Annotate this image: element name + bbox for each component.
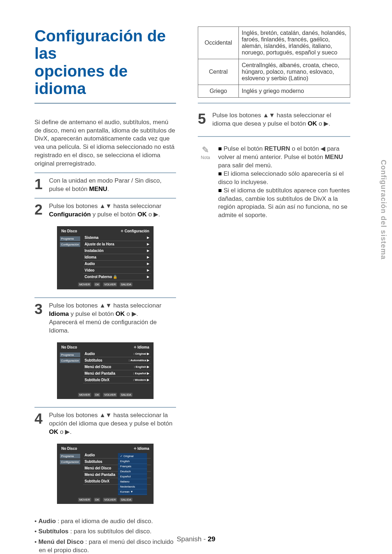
step-body: Pulse los botones ▲▼ hasta seleccionar l…: [49, 411, 176, 436]
step-1: 1 Con la unidad en modo Parar / Sin disc…: [34, 173, 176, 199]
note-item: El idioma seleccionado sólo aparecería s…: [218, 170, 350, 187]
step-5: 5 Pulse los botones ▲▼ hasta seleccionar…: [198, 109, 350, 131]
osd-screenshot-2: No Disco✧ Idioma Programa Configuración …: [57, 342, 154, 399]
step-num: 3: [34, 302, 45, 335]
step-body: Pulse los botones ▲▼ hasta seleccionar C…: [49, 202, 176, 219]
note-icon: ✎ Nota: [198, 145, 213, 220]
osd-screenshot-3: No Disco✧ Idioma Programa Configuración …: [57, 444, 154, 504]
table-header: Central: [198, 59, 239, 85]
note-item: Pulse el botón RETURN o el botón ◀ para …: [218, 145, 350, 170]
step-body: Pulse los botones ▲▼ hasta seleccionar I…: [49, 302, 176, 335]
option-definitions: Audio : para el idioma de audio del disc…: [34, 514, 176, 554]
language-popup: ✓ Original English Français Deutsch Espa…: [118, 453, 147, 495]
step-2: 2 Pulse los botones ▲▼ hasta seleccionar…: [34, 199, 176, 298]
table-header: Occidental: [198, 27, 239, 59]
title-line2: opciones de idioma: [34, 62, 128, 97]
table-cell: Inglés, bretón, catalán, danés, holandés…: [239, 27, 350, 59]
note-item: Si el idioma de subtítulos aparece con f…: [218, 187, 350, 220]
step-num: 5: [198, 111, 209, 128]
language-region-table: OccidentalInglés, bretón, catalán, danés…: [198, 27, 350, 98]
intro-text: Si define de antemano el audio, subtítul…: [34, 118, 176, 174]
step-body: Con la unidad en modo Parar / Sin disco,…: [49, 177, 176, 194]
step-4: 4 Pulse los botones ▲▼ hasta seleccionar…: [34, 408, 176, 508]
table-cell: Inglés y griego moderno: [239, 85, 350, 98]
table-header: Griego: [198, 85, 239, 98]
table-cell: CentralInglés, albanés, croata, checo, h…: [239, 59, 350, 85]
page-footer: Spanish - 29: [0, 535, 392, 543]
step-num: 2: [34, 202, 45, 219]
page-title: Configuración de las opciones de idioma: [34, 27, 176, 104]
step-num: 1: [34, 177, 45, 194]
osd-screenshot-1: No Disco✧ Configuración Programa Configu…: [57, 226, 154, 289]
step-3: 3 Pulse los botones ▲▼ hasta seleccionar…: [34, 298, 176, 408]
step-body: Pulse los botones ▲▼ hasta seleccionar e…: [212, 111, 350, 128]
note-block: ✎ Nota Pulse el botón RETURN o el botón …: [198, 142, 350, 223]
section-side-label: Configuración del sistema: [379, 160, 388, 260]
title-line1: Configuración de las: [34, 27, 166, 62]
step-num: 4: [34, 411, 45, 436]
